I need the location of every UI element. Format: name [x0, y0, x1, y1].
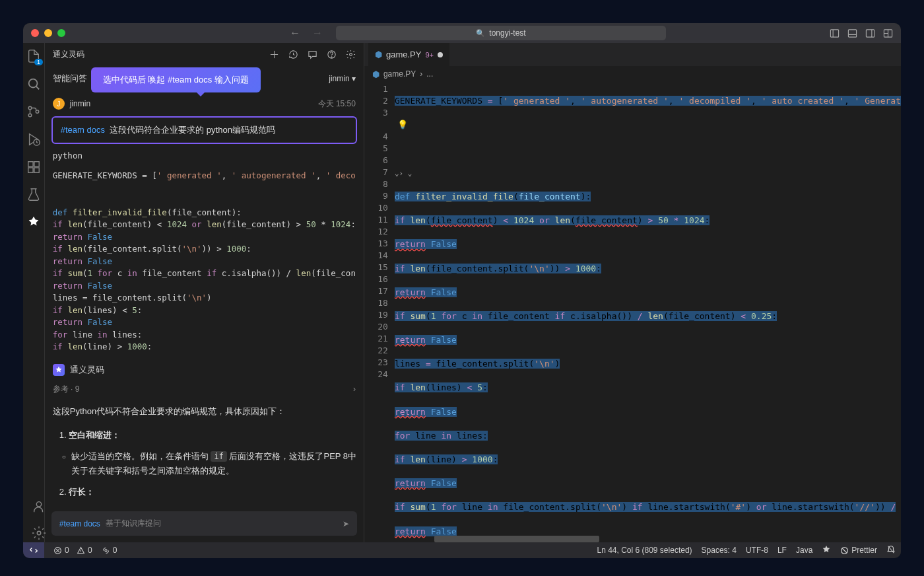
editor-body[interactable]: 123456789101112131415161718192021222324 …	[364, 82, 901, 542]
svg-line-10	[36, 87, 40, 90]
chat-settings-icon[interactable]	[346, 50, 356, 59]
user-question: #team docs 这段代码符合企业要求的 python编码规范吗	[51, 116, 357, 144]
python-icon: ⬢	[372, 69, 380, 79]
breadcrumb[interactable]: ⬢ game.PY › ...	[364, 66, 901, 82]
main-area: 1	[23, 43, 901, 542]
answer-point-1: 1. 空白和缩进：	[51, 425, 357, 445]
horizontal-scrollbar[interactable]	[434, 536, 599, 542]
lightbulb-icon[interactable]: 💡	[395, 120, 408, 129]
help-icon[interactable]	[327, 50, 337, 59]
command-center[interactable]: 🔍 tongyi-test	[336, 26, 666, 40]
editor-tab-game[interactable]: ⬢ game.PY 9+	[368, 43, 449, 66]
minimize-window-button[interactable]	[44, 29, 52, 37]
svg-rect-0	[830, 29, 838, 36]
chevron-right-icon: ›	[353, 384, 356, 394]
chat-input[interactable]: #team docs 基于知识库提问 ➤	[51, 511, 357, 536]
back-button[interactable]: ←	[290, 27, 300, 39]
warning-count: 0	[88, 546, 92, 555]
bot-icon	[53, 364, 65, 376]
explorer-icon[interactable]: 1	[26, 48, 42, 64]
tongyi-status-icon[interactable]	[822, 545, 831, 556]
tab-filename: game.PY	[386, 50, 421, 59]
activity-bottom	[23, 499, 55, 541]
notifications-icon[interactable]	[886, 545, 896, 556]
svg-point-20	[36, 502, 41, 507]
titlebar-layout-controls	[830, 28, 893, 38]
assistant-header: 通义灵码	[51, 359, 357, 377]
source-control-icon[interactable]	[26, 104, 42, 120]
user-avatar: J	[53, 98, 65, 110]
breadcrumb-more: ...	[426, 69, 433, 79]
editor-content[interactable]: GENERATE_KEYWORDS = [' generated ', ' au…	[395, 82, 901, 542]
extensions-icon[interactable]	[26, 159, 42, 175]
ports-indicator[interactable]: 0	[102, 546, 117, 555]
accounts-icon[interactable]	[31, 499, 47, 515]
svg-rect-16	[28, 168, 33, 172]
svg-rect-2	[848, 29, 856, 36]
svg-point-9	[29, 79, 38, 88]
customize-layout-icon[interactable]	[883, 28, 893, 38]
answer-point-2: 2. 行长：	[51, 482, 357, 502]
svg-point-26	[350, 54, 352, 56]
svg-point-25	[331, 57, 332, 57]
tooltip-bubble: 选中代码后 唤起 #team docs 输入问题	[91, 67, 261, 92]
input-hashtag: #team docs	[59, 519, 100, 528]
indentation[interactable]: Spaces: 4	[702, 546, 737, 555]
editor-panel: ⬢ game.PY 9+ ⬢ game.PY › ... 12345678910…	[364, 43, 901, 542]
new-chat-icon[interactable]	[269, 50, 279, 59]
forward-button[interactable]: →	[312, 27, 323, 39]
send-icon[interactable]: ➤	[343, 519, 349, 528]
inline-code: if	[211, 451, 226, 462]
history-icon[interactable]	[288, 50, 298, 59]
run-debug-icon[interactable]	[26, 131, 42, 147]
encoding[interactable]: UTF-8	[746, 546, 768, 555]
maximize-window-button[interactable]	[57, 29, 65, 37]
svg-rect-17	[34, 168, 39, 172]
answer-point-1-detail: 缺少适当的空格。例如，在条件语句 if 后面没有空格，这违反了PEP 8中关于在…	[51, 449, 357, 478]
language-mode[interactable]: Java	[796, 546, 812, 555]
remote-indicator[interactable]	[23, 542, 44, 558]
refs-label: 参考	[53, 384, 69, 395]
traffic-lights	[31, 29, 65, 37]
fold-icons[interactable]: ⌄› ⌄	[395, 169, 412, 178]
chat-code-block: GENERATE_KEYWORDS = [' generated ', ' au…	[51, 167, 357, 355]
vscode-window: ← → 🔍 tongyi-test 1	[23, 23, 901, 558]
toggle-panel-icon[interactable]	[847, 28, 857, 38]
toggle-primary-sidebar-icon[interactable]	[830, 28, 840, 38]
cursor-position[interactable]: Ln 44, Col 6 (809 selected)	[597, 546, 692, 555]
svg-rect-15	[28, 162, 33, 166]
problems-indicator[interactable]: 0 0	[53, 546, 92, 555]
chat-body: J jinmin 今天 15:50 #team docs 这段代码符合企业要求的…	[45, 91, 364, 506]
search-icon[interactable]	[26, 76, 42, 92]
svg-rect-4	[866, 29, 874, 36]
svg-point-31	[105, 549, 107, 551]
testing-icon[interactable]	[26, 187, 42, 203]
code-lang-label: python	[51, 148, 357, 163]
breadcrumb-file: game.PY	[383, 69, 416, 79]
model-selector[interactable]: jinmin ▾	[329, 74, 356, 83]
svg-point-21	[37, 531, 41, 535]
chat-input-area: #team docs 基于知识库提问 ➤	[45, 506, 364, 542]
user-message-header: J jinmin 今天 15:50	[51, 95, 357, 112]
user-name: jinmin	[70, 99, 90, 108]
hashtag: #team docs	[61, 125, 105, 135]
line-numbers: 123456789101112131415161718192021222324	[364, 82, 395, 542]
chat-tabs: 智能问答 选中代码后 唤起 #team docs 输入问题 jinmin ▾	[45, 66, 364, 91]
svg-line-33	[843, 548, 847, 553]
toggle-secondary-sidebar-icon[interactable]	[865, 28, 875, 38]
tongyi-icon[interactable]	[26, 215, 42, 231]
answer-intro: 这段Python代码不符合企业要求的编码规范，具体原因如下：	[51, 402, 357, 421]
prettier-status[interactable]: Prettier	[840, 546, 877, 555]
chat-panel: 通义灵码 智能问答 选中代码后 唤起 #team docs 输入问题 jinmi…	[45, 43, 364, 542]
python-icon: ⬢	[375, 50, 382, 59]
settings-gear-icon[interactable]	[31, 525, 47, 541]
feedback-icon[interactable]	[308, 50, 317, 59]
eol[interactable]: LF	[777, 546, 787, 555]
close-window-button[interactable]	[31, 29, 39, 37]
question-text: 这段代码符合企业要求的 python编码规范吗	[110, 125, 275, 135]
svg-point-12	[28, 114, 32, 117]
svg-rect-18	[34, 162, 39, 166]
tab-qa[interactable]: 智能问答	[53, 73, 87, 85]
references-row[interactable]: 参考 · 9 ›	[51, 381, 357, 398]
input-placeholder: 基于知识库提问	[106, 518, 161, 529]
